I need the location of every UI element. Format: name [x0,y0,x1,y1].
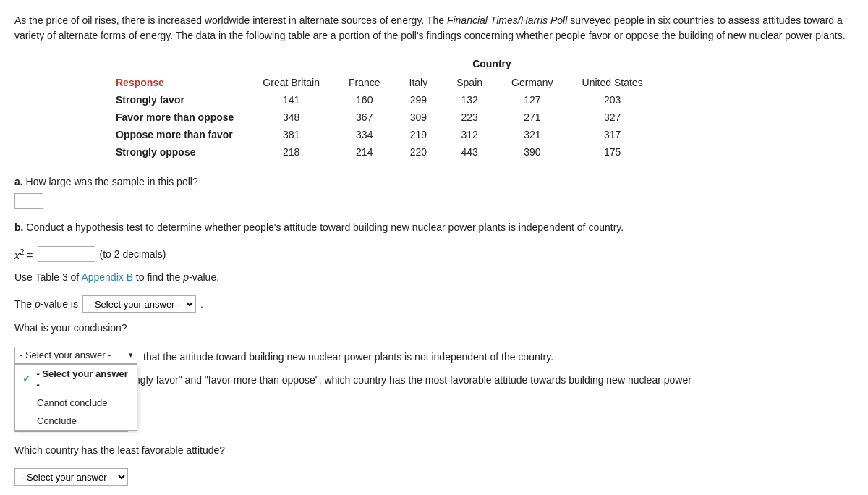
appendix-line: Use Table 3 of Appendix B to find the p-… [14,269,854,285]
cell-2-1: 334 [334,126,395,143]
checkmark-icon: ✓ [22,373,32,384]
col-header-great-britain: Great Britain [248,74,334,91]
intro-text1: As the price of oil rises, there is incr… [14,14,447,26]
conclusion-text: that the attitude toward building new nu… [143,349,553,365]
row-label-2: Oppose more than favor [116,126,248,143]
question-d-answer-row: - Select your answer - [14,468,854,486]
pvalue-period: . [200,298,203,310]
cell-3-4: 390 [497,143,568,161]
table-row: Oppose more than favor381334219312321317 [116,126,658,143]
cell-2-4: 321 [497,126,568,143]
dropdown-item-conclude[interactable]: Conclude [15,412,137,430]
cell-3-2: 220 [395,143,443,161]
cell-0-0: 141 [248,91,334,109]
row-label-0: Strongly favor [116,91,248,109]
question-d-text: Which country has the least favorable at… [14,444,225,456]
chi-square-input[interactable] [38,246,95,262]
col-header-response: Response [116,74,248,91]
cell-1-3: 223 [442,109,497,126]
conclusion-dropdown-btn[interactable]: - Select your answer - [14,347,137,364]
cell-0-1: 160 [334,91,395,109]
cell-3-5: 175 [568,143,658,161]
appendix-text1: Use Table 3 of [14,271,81,283]
dropdown-item-conclude-label: Conclude [37,415,77,426]
question-a-label: a. [14,176,26,187]
p-italic: p [183,271,189,283]
answer-a-input[interactable] [14,193,43,209]
conclusion-dropdown-container: - Select your answer - ✓ - Select your a… [14,347,137,364]
pvalue-select[interactable]: - Select your answer - < .005 .005 to .0… [82,295,196,313]
cell-3-1: 214 [334,143,395,161]
conclusion-selected-label: - Select your answer - [20,350,111,360]
cell-1-2: 309 [395,109,443,126]
question-d-select[interactable]: - Select your answer - [14,468,128,486]
row-label-1: Favor more than oppose [116,109,248,126]
question-b: b. Conduct a hypothesis test to determin… [14,219,854,235]
question-b-label: b. [14,221,26,233]
cell-1-0: 348 [248,109,334,126]
conclusion-label-block: What is your conclusion? [14,320,854,336]
question-b-text: Conduct a hypothesis test to determine w… [26,221,624,233]
country-label: Country [130,58,854,69]
col-header-spain: Spain [442,74,497,91]
cell-1-4: 271 [497,109,568,126]
table-row: Strongly favor141160299132127203 [116,91,658,109]
cell-1-5: 327 [568,109,658,126]
col-header-us: United States [568,74,658,91]
conclusion-row: - Select your answer - ✓ - Select your a… [14,347,854,365]
table-row: Strongly oppose218214220443390175 [116,143,658,161]
cell-2-3: 312 [442,126,497,143]
col-header-italy: Italy [395,74,443,91]
cell-0-5: 203 [568,91,658,109]
question-d: Which country has the least favorable at… [14,442,854,458]
appendix-text3: -value. [189,271,219,283]
cell-3-0: 218 [248,143,334,161]
conclusion-label-text: What is your conclusion? [14,322,127,334]
pvalue-row: The p-value is - Select your answer - < … [14,295,854,313]
dropdown-item-cannot-label: Cannot conclude [37,397,108,408]
intro-paragraph: As the price of oil rises, there is incr… [14,13,854,43]
table-row: Favor more than oppose348367309223271327 [116,109,658,126]
pvalue-label: The p-value is [14,298,78,310]
question-a-text: How large was the sample in this poll? [26,176,198,187]
cell-0-3: 132 [442,91,497,109]
question-c: e of respondents who "strongly favor" an… [14,372,854,405]
cell-0-4: 127 [497,91,568,109]
conclusion-dropdown-menu: ✓ - Select your answer - Cannot conclude… [14,364,137,431]
question-c-answer-row: - Select your answer - [14,415,854,432]
cell-3-3: 443 [442,143,497,161]
cell-2-2: 219 [395,126,443,143]
row-label-3: Strongly oppose [116,143,248,161]
appendix-text2: to find the [133,271,183,283]
cell-2-5: 317 [568,126,658,143]
chi-square-decimals: (to 2 decimals) [100,248,166,260]
cell-0-2: 299 [395,91,443,109]
col-header-france: France [334,74,395,91]
cell-1-1: 367 [334,109,395,126]
dropdown-item-cannot[interactable]: Cannot conclude [15,394,137,412]
chi-square-row: x2 = (to 2 decimals) [14,246,854,262]
data-table: Response Great Britain France Italy Spai… [116,74,658,161]
appendix-b-link[interactable]: Appendix B [81,271,133,283]
intro-italic: Financial Times/Harris Poll [447,14,567,26]
dropdown-item-select-label: - Select your answer - [36,368,129,390]
question-a: a. How large was the sample in this poll… [14,174,854,209]
col-header-germany: Germany [497,74,568,91]
chi-square-label: x2 = [14,247,33,261]
cell-2-0: 381 [248,126,334,143]
dropdown-item-select[interactable]: ✓ - Select your answer - [15,365,137,394]
